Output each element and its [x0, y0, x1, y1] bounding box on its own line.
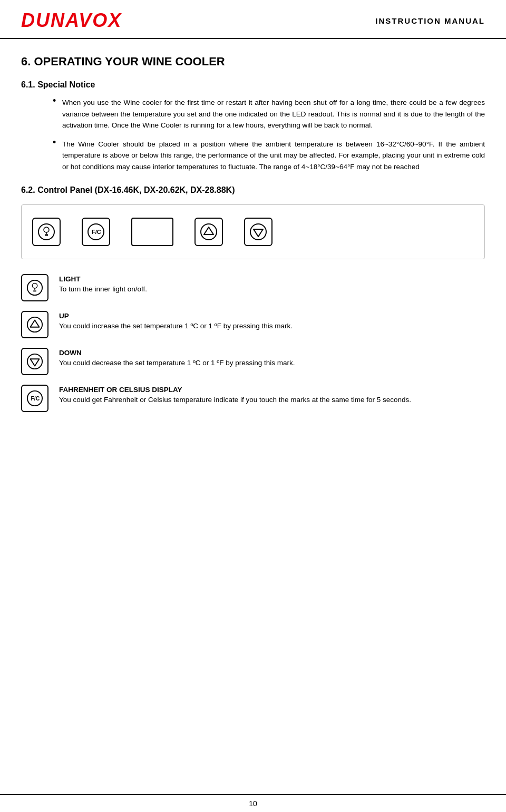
- header: DUNAVOX INSTRUCTION MANUAL: [0, 0, 506, 39]
- legend-down-desc: You could decrease the set temperature 1…: [59, 358, 485, 369]
- page-number: 10: [249, 799, 257, 808]
- svg-marker-8: [204, 227, 213, 234]
- legend-down-label: DOWN: [59, 349, 485, 357]
- svg-text:F/C: F/C: [92, 229, 101, 235]
- section-61-title: 6.1. Special Notice: [21, 80, 485, 90]
- svg-text:F/C: F/C: [31, 395, 40, 401]
- svg-point-11: [27, 280, 42, 295]
- legend-fahrenheit-text: FAHRENHEIT OR CELSIUS DISPLAY You could …: [59, 385, 485, 406]
- bullet-item-2: • The Wine Cooler should be placed in a …: [53, 139, 485, 173]
- logo: DUNAVOX: [21, 9, 122, 32]
- panel-fahrenheit-icon[interactable]: F/C: [82, 218, 110, 246]
- svg-point-16: [27, 317, 42, 331]
- legend-down: DOWN You could decrease the set temperat…: [21, 348, 485, 375]
- svg-point-1: [44, 227, 49, 232]
- bullet-text-1: When you use the Wine cooler for the fir…: [62, 97, 485, 131]
- legend-light-label: LIGHT: [59, 275, 485, 283]
- section-62-title: 6.2. Control Panel (DX-16.46K, DX-20.62K…: [21, 185, 485, 195]
- legend-light-icon: [21, 274, 48, 301]
- legend-up-icon: [21, 311, 48, 338]
- svg-marker-10: [254, 229, 263, 237]
- section-61: 6.1. Special Notice • When you use the W…: [21, 80, 485, 173]
- panel-display: [131, 218, 173, 246]
- bullet-dot-1: •: [53, 95, 62, 106]
- section-main-title: 6. OPERATING YOUR WINE COOLER: [21, 55, 485, 69]
- svg-marker-17: [31, 320, 40, 327]
- panel-down-icon[interactable]: [244, 218, 273, 246]
- bullet-item-1: • When you use the Wine cooler for the f…: [53, 97, 485, 131]
- legend-up-desc: You could increase the set temperature 1…: [59, 321, 485, 332]
- svg-point-7: [201, 224, 217, 240]
- legend-down-text: DOWN You could decrease the set temperat…: [59, 348, 485, 369]
- legend-fahrenheit-label: FAHRENHEIT OR CELSIUS DISPLAY: [59, 386, 485, 394]
- legend-fahrenheit-icon: F/C: [21, 385, 48, 412]
- legend-light-text: LIGHT To turn the inner light on/off.: [59, 274, 485, 295]
- legend-fahrenheit-desc: You could get Fahrenheit or Celsius temp…: [59, 395, 485, 406]
- legend-up: UP You could increase the set temperatur…: [21, 311, 485, 338]
- bullet-text-2: The Wine Cooler should be placed in a po…: [62, 139, 485, 173]
- svg-point-18: [27, 354, 42, 368]
- section-62: 6.2. Control Panel (DX-16.46K, DX-20.62K…: [21, 185, 485, 412]
- legend-light-desc: To turn the inner light on/off.: [59, 284, 485, 295]
- legend-down-icon: [21, 348, 48, 375]
- legend-up-text: UP You could increase the set temperatur…: [59, 311, 485, 332]
- footer: 10: [0, 794, 506, 812]
- svg-point-12: [32, 283, 37, 288]
- bullet-dot-2: •: [53, 137, 62, 148]
- svg-point-9: [250, 224, 266, 240]
- legend-fahrenheit: F/C FAHRENHEIT OR CELSIUS DISPLAY You co…: [21, 385, 485, 412]
- legend-light: LIGHT To turn the inner light on/off.: [21, 274, 485, 301]
- legend-up-label: UP: [59, 312, 485, 320]
- main-content: 6. OPERATING YOUR WINE COOLER 6.1. Speci…: [0, 39, 506, 443]
- svg-marker-19: [31, 359, 40, 366]
- legend-section: LIGHT To turn the inner light on/off. UP…: [21, 274, 485, 412]
- control-panel-box: F/C: [21, 204, 485, 259]
- header-title: INSTRUCTION MANUAL: [375, 16, 485, 25]
- panel-up-icon[interactable]: [194, 218, 223, 246]
- svg-point-0: [38, 224, 54, 240]
- section-61-bullets: • When you use the Wine cooler for the f…: [53, 97, 485, 173]
- panel-light-icon[interactable]: [32, 218, 61, 246]
